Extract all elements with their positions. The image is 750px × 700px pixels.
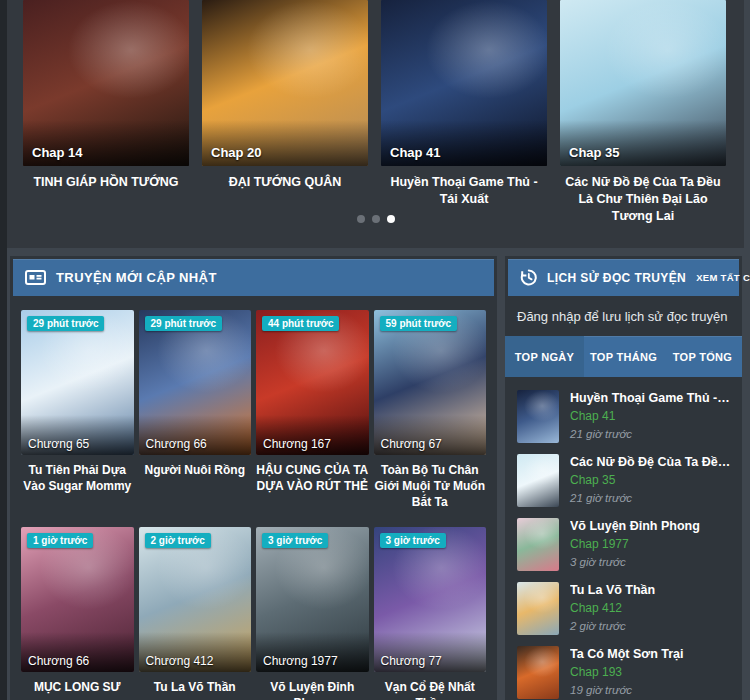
view-all-link[interactable]: XEM TẤT CẢ » <box>696 272 750 283</box>
comic-card[interactable]: 59 phút trước Chương 67 Toàn Bộ Tu Chân … <box>374 310 487 511</box>
chapter-label: Chương 412 <box>146 654 214 668</box>
comic-card[interactable]: 1 giờ trước Chương 66 MỤC LONG SƯ <box>21 527 134 700</box>
comic-thumbnail[interactable] <box>517 646 559 699</box>
chapter-link[interactable]: Chap 412 <box>570 601 732 615</box>
chapter-label: Chương 67 <box>381 437 442 451</box>
update-time-badge: 44 phút trước <box>262 316 339 331</box>
comic-title[interactable]: Toàn Bộ Tu Chân Giới Muội Tử Muốn Bắt Ta <box>374 462 487 511</box>
comic-title[interactable]: Người Nuôi Rồng <box>139 462 252 478</box>
comic-card[interactable]: 3 giờ trước Chương 1977 Võ Luyện Đỉnh Ph… <box>256 527 369 700</box>
chapter-label: Chương 66 <box>146 437 207 451</box>
tab-top-tong[interactable]: TOP TỔNG <box>663 336 742 377</box>
chapter-label: Chap 41 <box>390 145 441 160</box>
comic-thumbnail[interactable] <box>517 518 559 571</box>
comic-title[interactable]: Tu Tiên Phải Dựa Vào Sugar Mommy <box>21 462 134 494</box>
comic-title[interactable]: Huyền Thoại Game Thủ - Tái Xuất <box>570 390 732 405</box>
tab-top-thang[interactable]: TOP THÁNG <box>584 336 663 377</box>
comic-cover[interactable]: 3 giờ trước Chương 77 <box>374 527 487 672</box>
latest-updates-header: TRUYỆN MỚI CẬP NHẬT <box>13 259 494 296</box>
comic-card[interactable]: 3 giờ trước Chương 77 Vạn Cổ Đệ Nhất Thầ… <box>374 527 487 700</box>
chapter-label: Chương 1977 <box>263 654 338 668</box>
chapter-label: Chương 65 <box>28 437 89 451</box>
carousel-dots <box>7 215 744 223</box>
comic-thumbnail[interactable] <box>517 582 559 635</box>
comic-title[interactable]: Tu La Võ Thần <box>570 582 732 597</box>
list-item[interactable]: Võ Luyện Đỉnh Phong Chap 1977 3 giờ trướ… <box>517 518 732 571</box>
comic-card[interactable]: 29 phút trước Chương 66 Người Nuôi Rồng <box>139 310 252 511</box>
chapter-link[interactable]: Chap 1977 <box>570 537 732 551</box>
chapter-label: Chương 66 <box>28 654 89 668</box>
comic-card[interactable]: 44 phút trước Chương 167 HẬU CUNG CỦA TA… <box>256 310 369 511</box>
comic-cover[interactable]: 44 phút trước Chương 167 <box>256 310 369 455</box>
comic-title[interactable]: Võ Luyện Đỉnh Phong <box>256 679 369 700</box>
top-tabs: TOP NGÀY TOP THÁNG TOP TỔNG <box>505 336 742 377</box>
comic-cover[interactable]: 3 giờ trước Chương 1977 <box>256 527 369 672</box>
newspaper-icon <box>25 270 46 285</box>
tab-top-ngay[interactable]: TOP NGÀY <box>505 336 584 377</box>
carousel-slide[interactable]: Chap 35 Các Nữ Đồ Đệ Của Ta Đều Là Chư T… <box>560 0 726 225</box>
history-header: LỊCH SỬ ĐỌC TRUYỆN XEM TẤT CẢ » <box>508 259 739 296</box>
carousel-dot[interactable] <box>357 215 365 223</box>
list-item[interactable]: Các Nữ Đồ Đệ Của Ta Đều Là Chư... Chap 3… <box>517 454 732 507</box>
carousel-slide[interactable]: Chap 14 TINH GIÁP HỒN TƯỚNG <box>23 0 189 225</box>
update-time: 21 giờ trước <box>570 492 732 504</box>
featured-carousel: Chap 14 TINH GIÁP HỒN TƯỚNG Chap 20 ĐẠI … <box>7 0 744 248</box>
history-icon <box>520 269 537 286</box>
comic-title[interactable]: ĐẠI TƯỚNG QUÂN <box>202 174 368 191</box>
chapter-label: Chương 167 <box>263 437 331 451</box>
comic-cover[interactable]: 2 giờ trước Chương 412 <box>139 527 252 672</box>
update-time-badge: 29 phút trước <box>27 316 104 331</box>
section-title: TRUYỆN MỚI CẬP NHẬT <box>56 270 217 285</box>
update-time-badge: 3 giờ trước <box>380 533 446 548</box>
chapter-label: Chương 77 <box>381 654 442 668</box>
comic-title[interactable]: Võ Luyện Đỉnh Phong <box>570 518 732 533</box>
carousel-slide[interactable]: Chap 20 ĐẠI TƯỚNG QUÂN <box>202 0 368 225</box>
comic-cover[interactable]: 59 phút trước Chương 67 <box>374 310 487 455</box>
comic-title[interactable]: TINH GIÁP HỒN TƯỚNG <box>23 174 189 191</box>
comic-title[interactable]: Vạn Cổ Đệ Nhất Thần <box>374 679 487 700</box>
comic-title[interactable]: Huyền Thoại Game Thủ - Tái Xuất <box>381 174 547 208</box>
comic-thumbnail[interactable] <box>517 390 559 443</box>
comic-cover[interactable]: Chap 35 <box>560 0 726 166</box>
comic-thumbnail[interactable] <box>517 454 559 507</box>
update-time-badge: 2 giờ trước <box>145 533 211 548</box>
comic-card[interactable]: 2 giờ trước Chương 412 Tu La Võ Thần <box>139 527 252 700</box>
carousel-dot[interactable] <box>387 215 395 223</box>
list-item[interactable]: Huyền Thoại Game Thủ - Tái Xuất Chap 41 … <box>517 390 732 443</box>
comic-cover[interactable]: Chap 41 <box>381 0 547 166</box>
carousel-slide[interactable]: Chap 41 Huyền Thoại Game Thủ - Tái Xuất <box>381 0 547 225</box>
comic-title[interactable]: HẬU CUNG CỦA TA DỰA VÀO RÚT THẺ <box>256 462 369 494</box>
chapter-link[interactable]: Chap 193 <box>570 665 732 679</box>
chapter-label: Chap 35 <box>569 145 620 160</box>
update-time: 21 giờ trước <box>570 428 732 440</box>
update-time-badge: 29 phút trước <box>145 316 222 331</box>
chapter-link[interactable]: Chap 41 <box>570 409 732 423</box>
list-item[interactable]: Ta Có Một Sơn Trại Chap 193 19 giờ trước <box>517 646 732 699</box>
list-item[interactable]: Tu La Võ Thần Chap 412 2 giờ trước <box>517 582 732 635</box>
comic-cover[interactable]: 1 giờ trước Chương 66 <box>21 527 134 672</box>
latest-updates-grid: 29 phút trước Chương 65 Tu Tiên Phải Dựa… <box>10 296 497 700</box>
carousel-slides: Chap 14 TINH GIÁP HỒN TƯỚNG Chap 20 ĐẠI … <box>7 0 744 225</box>
chapter-link[interactable]: Chap 35 <box>570 473 732 487</box>
login-notice: Đăng nhập để lưu lịch sử đọc truyện <box>505 296 742 336</box>
update-time: 2 giờ trước <box>570 620 732 632</box>
latest-updates-section: TRUYỆN MỚI CẬP NHẬT 29 phút trước Chương… <box>10 256 497 700</box>
carousel-dot[interactable] <box>372 215 380 223</box>
top-list: Huyền Thoại Game Thủ - Tái Xuất Chap 41 … <box>505 377 742 699</box>
comic-title[interactable]: MỤC LONG SƯ <box>21 679 134 695</box>
update-time: 19 giờ trước <box>570 684 732 696</box>
comic-cover[interactable]: Chap 14 <box>23 0 189 166</box>
page-edge-strip <box>0 0 7 700</box>
section-title: LỊCH SỬ ĐỌC TRUYỆN <box>547 271 686 285</box>
comic-title[interactable]: Tu La Võ Thần <box>139 679 252 695</box>
comic-title[interactable]: Ta Có Một Sơn Trại <box>570 646 732 661</box>
update-time-badge: 1 giờ trước <box>27 533 93 548</box>
comic-card[interactable]: 29 phút trước Chương 65 Tu Tiên Phải Dựa… <box>21 310 134 511</box>
comic-cover[interactable]: Chap 20 <box>202 0 368 166</box>
comic-title[interactable]: Các Nữ Đồ Đệ Của Ta Đều Là Chư... <box>570 454 732 469</box>
update-time: 3 giờ trước <box>570 556 732 568</box>
update-time-badge: 3 giờ trước <box>262 533 328 548</box>
comic-cover[interactable]: 29 phút trước Chương 65 <box>21 310 134 455</box>
comic-cover[interactable]: 29 phút trước Chương 66 <box>139 310 252 455</box>
chapter-label: Chap 14 <box>32 145 83 160</box>
